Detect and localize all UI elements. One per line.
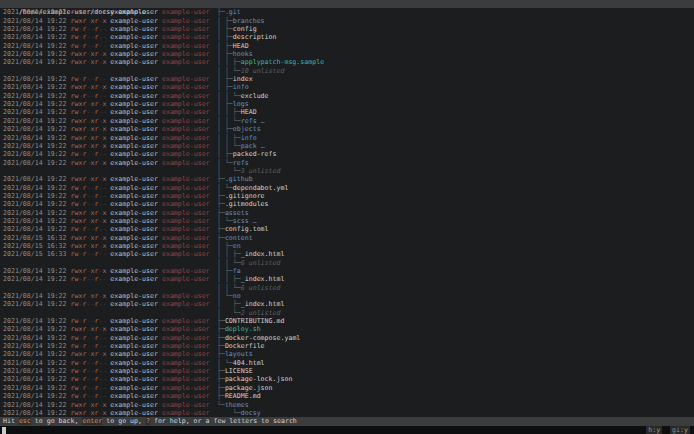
entry-name[interactable]: docker-compose.yaml bbox=[225, 334, 300, 342]
entry-name[interactable]: 10 unlisted bbox=[241, 67, 285, 75]
entry-name[interactable]: layouts bbox=[225, 350, 253, 358]
tree-row[interactable]: 2021/08/14 19:22 rw-r--r-- example-user … bbox=[0, 342, 694, 350]
tree-row[interactable]: 2021/08/14 19:22 rw-r--r-- example-user … bbox=[0, 92, 694, 100]
entry-name[interactable]: .git bbox=[225, 8, 241, 16]
tree-row[interactable]: │ │ └─6 unlisted bbox=[0, 284, 694, 292]
entry-name[interactable]: hooks bbox=[233, 50, 253, 58]
entry-name[interactable]: HEAD bbox=[241, 108, 257, 116]
entry-name[interactable]: themes bbox=[225, 401, 249, 409]
entry-name[interactable]: scss bbox=[233, 217, 249, 225]
tree-row[interactable]: 2021/08/14 19:22 rwxr-xr-x example-user … bbox=[0, 401, 694, 409]
entry-name[interactable]: 6 unlisted bbox=[241, 284, 281, 292]
entry-name[interactable]: assets bbox=[225, 209, 249, 217]
entry-name[interactable]: _index.html bbox=[241, 275, 285, 283]
entry-name[interactable]: info bbox=[233, 83, 249, 91]
tree-row[interactable]: 2021/08/14 19:22 rw-r--r-- example-user … bbox=[0, 375, 694, 383]
entry-name[interactable]: refs bbox=[233, 159, 249, 167]
entry-name[interactable]: 404.html bbox=[233, 359, 265, 367]
entry-name[interactable]: no bbox=[233, 292, 241, 300]
entry-name[interactable]: pack bbox=[241, 142, 257, 150]
tree-row[interactable]: 2021/08/14 19:22 rwxr-xr-x example-user … bbox=[0, 58, 694, 66]
entry-name[interactable]: content bbox=[225, 234, 253, 242]
entry-name[interactable]: objects bbox=[233, 125, 261, 133]
tree-row[interactable]: 2021/08/14 19:22 rwxr-xr-x example-user … bbox=[0, 83, 694, 91]
entry-name[interactable]: en bbox=[233, 242, 241, 250]
tree-row[interactable]: 2021/08/14 19:22 rw-r--r-- example-user … bbox=[0, 108, 694, 116]
entry-name[interactable]: HEAD bbox=[233, 42, 249, 50]
entry-name[interactable]: .gitmodules bbox=[225, 200, 269, 208]
entry-name[interactable]: 6 unlisted bbox=[241, 259, 281, 267]
entry-name[interactable]: package-lock.json bbox=[225, 375, 293, 383]
tree-row[interactable]: 2021/08/14 19:22 rwxr-xr-x example-user … bbox=[0, 350, 694, 358]
entry-name[interactable]: info bbox=[241, 134, 257, 142]
entry-name[interactable]: description bbox=[233, 33, 277, 41]
entry-name[interactable]: refs bbox=[241, 117, 257, 125]
tree-row[interactable]: 2021/08/14 19:22 rwxr-xr-x example-user … bbox=[0, 125, 694, 133]
tree-row[interactable]: 2021/08/15 16:33 rw-r--r-- example-user … bbox=[0, 250, 694, 258]
tree-row[interactable]: 2021/08/14 19:22 rw-r--r-- example-user … bbox=[0, 184, 694, 192]
tree-row[interactable]: 2021/08/14 19:22 rwxr-xr-x example-user … bbox=[0, 325, 694, 333]
tree-row[interactable]: 2021/08/14 19:22 rwxr-xr-x example-user … bbox=[0, 50, 694, 58]
tree-row[interactable]: │ │ └─6 unlisted bbox=[0, 259, 694, 267]
tree-row[interactable]: 2021/08/14 19:22 rwxr-xr-x example-user … bbox=[0, 209, 694, 217]
tree-row[interactable]: 2021/08/14 19:22 rw-r--r-- example-user … bbox=[0, 33, 694, 41]
entry-name[interactable]: Dockerfile bbox=[225, 342, 265, 350]
tree-row[interactable]: 2021/08/14 19:22 rwxr-xr-x example-user … bbox=[0, 175, 694, 183]
tree-row[interactable]: 2021/08/14 19:22 rwxr-xr-x example-user … bbox=[0, 267, 694, 275]
entry-name[interactable]: 3 unlisted bbox=[241, 167, 281, 175]
tree-row[interactable]: 2021/08/14 19:22 rwxr-xr-x example-user … bbox=[0, 134, 694, 142]
tree-row[interactable]: 2021/08/14 19:22 rw-r--r-- example-user … bbox=[0, 392, 694, 400]
tree-row[interactable]: 2021/08/15 16:32 rwxr-xr-x example-user … bbox=[0, 242, 694, 250]
tree-row[interactable]: 2021/08/14 19:22 rwxr-xr-x example-user … bbox=[0, 17, 694, 25]
entry-name[interactable]: .gitignore bbox=[225, 192, 265, 200]
entry-name[interactable]: branches bbox=[233, 17, 265, 25]
tree-row[interactable]: 2021/08/14 19:22 rw-r--r-- example-user … bbox=[0, 225, 694, 233]
tree-row[interactable]: │ └─2 unlisted bbox=[0, 309, 694, 317]
entry-name[interactable]: packed-refs bbox=[233, 150, 277, 158]
entry-name[interactable]: 2 unlisted bbox=[241, 309, 281, 317]
input-cursor[interactable] bbox=[2, 427, 6, 434]
entry-name[interactable]: exclude bbox=[241, 92, 269, 100]
tree-row[interactable]: │ └─3 unlisted bbox=[0, 167, 694, 175]
tree-row[interactable]: 2021/08/14 19:22 rwxr-xr-x example-user … bbox=[0, 100, 694, 108]
entry-name[interactable]: logs bbox=[233, 100, 249, 108]
entry-name[interactable]: _index.html bbox=[241, 300, 285, 308]
tree-row[interactable]: 2021/08/14 19:22 rw-r--r-- example-user … bbox=[0, 367, 694, 375]
tree-row[interactable]: 2021/08/14 19:22 rwxr-xr-x example-user … bbox=[0, 117, 694, 125]
tree-row[interactable]: 2021/08/14 19:22 rw-r--r-- example-user … bbox=[0, 384, 694, 392]
tree-row[interactable]: 2021/08/14 19:22 rw-r--r-- example-user … bbox=[0, 150, 694, 158]
entry-name[interactable]: CONTRIBUTING.md bbox=[225, 317, 285, 325]
entry-name[interactable]: README.md bbox=[225, 392, 261, 400]
tree-row[interactable]: 2021/08/14 19:22 rwxr-xr-x example-user … bbox=[0, 292, 694, 300]
tree-row[interactable]: 2021/08/14 19:22 rw-r--r-- example-user … bbox=[0, 42, 694, 50]
entry-name[interactable]: _index.html bbox=[241, 250, 285, 258]
entry-name[interactable]: dependabot.yml bbox=[233, 184, 289, 192]
tree-row[interactable]: 2021/08/14 19:22 rw-r--r-- example-user … bbox=[0, 300, 694, 308]
tree-row[interactable]: 2021/08/14 19:22 rw-r--r-- example-user … bbox=[0, 275, 694, 283]
entry-name[interactable]: LICENSE bbox=[225, 367, 253, 375]
entry-name[interactable]: index bbox=[233, 75, 253, 83]
entry-name[interactable]: config bbox=[233, 25, 257, 33]
tree-row[interactable]: 2021/08/14 19:22 rw-r--r-- example-user … bbox=[0, 200, 694, 208]
tree-row[interactable]: 2021/08/14 19:22 rwxr-xr-x example-user … bbox=[0, 217, 694, 225]
tree-row[interactable]: 2021/08/15 16:32 rwxr-xr-x example-user … bbox=[0, 234, 694, 242]
entry-name[interactable]: docsy bbox=[241, 409, 261, 417]
tree-row[interactable]: │ │ └─10 unlisted bbox=[0, 67, 694, 75]
tree-row[interactable]: 2021/08/14 19:22 rwxr-xr-x example-user … bbox=[0, 142, 694, 150]
tree-row[interactable]: 2021/08/14 19:22 rw-r--r-- example-user … bbox=[0, 25, 694, 33]
tree-row[interactable]: 2021/08/14 19:22 rw-r--r-- example-user … bbox=[0, 359, 694, 367]
entry-name[interactable]: package.json bbox=[225, 384, 273, 392]
tree-row[interactable]: 2021/08/14 19:22 rwxr-xr-x example-user … bbox=[0, 8, 694, 16]
tree-row[interactable]: 2021/08/14 19:22 rw-r--r-- example-user … bbox=[0, 192, 694, 200]
root-path-bar[interactable]: /home/example-user/docsy-example bbox=[0, 0, 694, 8]
entry-name[interactable]: deploy.sh bbox=[225, 325, 261, 333]
entry-name[interactable]: applypatch-msg.sample bbox=[241, 58, 324, 66]
search-input[interactable]: h:y gi:y bbox=[0, 426, 694, 434]
tree-row[interactable]: 2021/08/14 19:22 rw-r--r-- example-user … bbox=[0, 75, 694, 83]
tree-row[interactable]: 2021/08/14 19:22 rwxr-xr-x example-user … bbox=[0, 159, 694, 167]
tree-row[interactable]: 2021/08/14 19:22 rwxr-xr-x example-user … bbox=[0, 409, 694, 417]
entry-name[interactable]: fa bbox=[233, 267, 241, 275]
tree-row[interactable]: 2021/08/14 19:22 rw-r--r-- example-user … bbox=[0, 334, 694, 342]
entry-name[interactable]: config.toml bbox=[225, 225, 269, 233]
tree-row[interactable]: 2021/08/14 19:22 rw-r--r-- example-user … bbox=[0, 317, 694, 325]
